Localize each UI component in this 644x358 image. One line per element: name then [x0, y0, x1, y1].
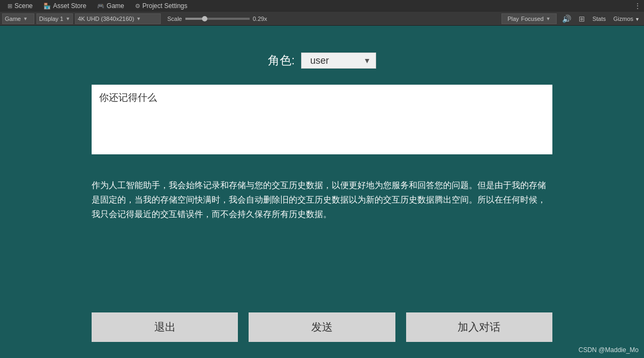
menu-more-icon[interactable]: ⋮ [634, 2, 641, 10]
resolution-arrow-icon: ▼ [136, 16, 141, 21]
main-textarea[interactable]: 你还记得什么 [92, 85, 552, 154]
menu-item-game[interactable]: 🎮 Game [92, 0, 130, 12]
text-area-wrapper: 你还记得什么 [92, 85, 552, 156]
settings-icon: ⚙ [135, 3, 140, 10]
info-text: 作为人工智能助手，我会始终记录和存储与您的交互历史数据，以便更好地为您服务和回答… [92, 178, 552, 222]
role-label: 角色: [268, 53, 295, 69]
display-label: Display 1 [39, 16, 63, 22]
toolbar-right: Play Focused ▼ 🔊 ⊞ Stats Gizmos ▼ [501, 13, 642, 24]
play-focused-button[interactable]: Play Focused ▼ [501, 13, 557, 24]
gizmos-button[interactable]: Gizmos ▼ [611, 16, 642, 22]
scale-value: 0.29x [253, 16, 267, 22]
send-button[interactable]: 发送 [249, 312, 395, 342]
stats-button[interactable]: Stats [590, 16, 608, 22]
scale-group: Scale 0.29x [167, 16, 267, 22]
asset-store-icon: 🏪 [43, 3, 51, 10]
menu-item-project-settings-label: Project Settings [143, 2, 188, 10]
focused-label: Focused [521, 16, 544, 22]
role-dropdown-wrapper: user admin guest ▼ [301, 53, 376, 69]
menu-item-game-label: Game [107, 2, 124, 10]
grid-button[interactable]: ⊞ [576, 13, 587, 24]
gizmos-label: Gizmos [613, 16, 633, 22]
top-menu-bar: ⊞ Scene 🏪 Asset Store 🎮 Game ⚙ Project S… [0, 0, 644, 12]
audio-icon: 🔊 [562, 14, 571, 23]
game-view-dropdown[interactable]: Game ▼ [2, 13, 34, 24]
menu-item-scene-label: Scene [14, 2, 33, 10]
role-row: 角色: user admin guest ▼ [268, 53, 376, 69]
scale-label: Scale [167, 16, 182, 22]
scale-slider-thumb [202, 16, 207, 21]
display-arrow-icon: ▼ [65, 16, 70, 21]
resolution-dropdown[interactable]: 4K UHD (3840x2160) ▼ [75, 13, 161, 24]
game-view-label: Game [5, 16, 21, 22]
join-button[interactable]: 加入对话 [406, 312, 552, 342]
menu-item-asset-store[interactable]: 🏪 Asset Store [38, 0, 92, 12]
scale-slider[interactable] [185, 18, 250, 20]
role-dropdown[interactable]: user admin guest [301, 53, 376, 69]
menu-item-project-settings[interactable]: ⚙ Project Settings [130, 0, 193, 12]
game-icon: 🎮 [97, 3, 104, 10]
play-label: Play [507, 16, 519, 22]
watermark: CSDN @Maddie_Mo [579, 346, 639, 354]
menu-item-asset-store-label: Asset Store [53, 2, 86, 10]
menu-item-scene[interactable]: ⊞ Scene [2, 0, 38, 12]
game-area: 角色: user admin guest ▼ 你还记得什么 作为人工智能助手，我… [0, 26, 644, 358]
quit-button[interactable]: 退出 [92, 312, 238, 342]
scene-icon: ⊞ [8, 3, 12, 10]
toolbar-bar: Game ▼ Display 1 ▼ 4K UHD (3840x2160) ▼ … [0, 12, 644, 26]
play-focused-arrow-icon: ▼ [546, 16, 551, 21]
resolution-label: 4K UHD (3840x2160) [78, 16, 134, 22]
game-view-arrow-icon: ▼ [23, 16, 28, 21]
audio-button[interactable]: 🔊 [560, 13, 573, 24]
buttons-row: 退出 发送 加入对话 [92, 312, 552, 342]
display-dropdown[interactable]: Display 1 ▼ [36, 13, 73, 24]
grid-icon: ⊞ [579, 14, 585, 23]
gizmos-arrow-icon: ▼ [635, 17, 640, 22]
